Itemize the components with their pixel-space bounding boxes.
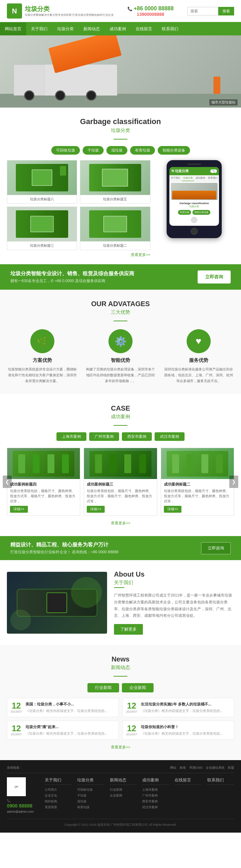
adv-desc-2: 构建了完善的垃圾分类处理设备，深圳市各个地区均在持续的数据更新和收集，产品已历经…: [85, 366, 156, 384]
footer-about-1[interactable]: 公司简介: [45, 788, 72, 792]
case-card-3: 成功案例标题二 垃圾分类系统包括，规格尺寸、颜色种类、投放方式等，规格尺寸、颜色…: [161, 448, 234, 516]
news-content-3: 垃圾分类"痛"起来... 《垃圾分类》相关内容描述文字，垃圾分类系统包括...: [25, 724, 107, 736]
news-more-link[interactable]: 查看更多>>: [111, 745, 130, 749]
nav-item-garbage[interactable]: 垃圾分类: [52, 23, 78, 35]
phone-mockup: N 垃圾分类 🔍 关于我们 垃圾分类 成功案例 联系我们: [167, 160, 222, 238]
news-tab-company[interactable]: 企业新闻: [122, 683, 154, 692]
case-btn-1[interactable]: 详细>>: [10, 506, 28, 513]
case-name-1: 成功案例标题四: [10, 482, 77, 487]
footer-link-4[interactable]: 企业建站系统: [206, 766, 224, 770]
about-image-wrapper: [7, 572, 107, 634]
cta2-btn[interactable]: 立即咨询: [201, 542, 231, 554]
footer-garbage-1[interactable]: 可回收垃圾: [77, 788, 104, 792]
search-button[interactable]: 搜索: [218, 7, 234, 15]
news-content-2: 生活垃圾分类实施1年 多数人的垃圾桶不... 《垃圾分类》相关内容描述文字，垃圾…: [141, 702, 223, 713]
cta1-btn[interactable]: 立即咨询: [198, 270, 231, 283]
footer-garbage-3[interactable]: 湿垃圾: [77, 799, 104, 804]
footer-col-title-news: 新闻动态: [110, 777, 137, 785]
footer-about-3[interactable]: 组织机构: [45, 799, 72, 804]
footer-link-2[interactable]: 标签: [180, 766, 186, 770]
product-img-3: [7, 207, 77, 241]
news-title-en: News: [7, 655, 234, 663]
case-btn-2[interactable]: 详细>>: [87, 506, 105, 513]
news-desc-4: 《垃圾分类》相关内容描述文字，垃圾分类系统包括...: [141, 731, 223, 736]
phone-tab-harmful: 有害垃圾: [178, 210, 191, 215]
case-btn-3[interactable]: 详细>>: [164, 506, 182, 513]
cta2-sub: 打造垃圾分类智能化行业标杆企业！ 咨询热线：+86 0000 88888: [10, 549, 118, 555]
news-meta-3: 2019/07: [11, 733, 22, 736]
product-name-3: 垃圾分类标题三: [7, 241, 77, 250]
footer-case-1[interactable]: 上海市案例: [142, 788, 169, 792]
footer-col-about: 关于我们 公司简介 企业文化 组织机构 资质荣誉: [45, 777, 72, 813]
cat-tab-smart[interactable]: 智能分类设备: [158, 146, 190, 155]
cases-title-en: CASE: [7, 404, 234, 412]
news-tab-industry[interactable]: 行业新闻: [87, 683, 119, 692]
footer-case-2[interactable]: 广州市案例: [142, 793, 169, 798]
footer-garbage-4[interactable]: 有害垃圾: [77, 805, 104, 810]
case-tab-xian[interactable]: 西安市案例: [122, 432, 152, 441]
nav-item-home[interactable]: 网站首页: [0, 23, 26, 35]
adv-icon-3: ♥: [187, 329, 211, 353]
news-title-1: 美国：垃圾分类，小事不小...: [25, 702, 107, 707]
cases-next-arrow[interactable]: ❯: [229, 476, 238, 488]
cta1-text: 垃圾分类智能专业设计、销售、租赁及综合服务供应商 拥有一635名专业员工，✆ +…: [10, 270, 134, 283]
nav-item-contact[interactable]: 联系我们: [157, 23, 183, 35]
case-desc-1: 垃圾分类系统包括，规格尺寸、颜色种类、投放方式等，规格尺寸、颜色种类、投放方式等…: [10, 488, 77, 504]
logo-icon: N: [7, 3, 22, 19]
product-img-1: [7, 160, 77, 195]
cat-tab-dry[interactable]: 干垃圾: [83, 146, 104, 155]
news-meta-1: 2019/07: [11, 710, 22, 713]
footer-news-2[interactable]: 企业新闻: [110, 793, 137, 798]
products-more-link[interactable]: 查看更多>>: [131, 253, 150, 257]
footer-case-4[interactable]: 武汉市案例: [142, 805, 169, 810]
garbage-title-line: [7, 136, 234, 141]
case-body-3: 成功案例标题二 垃圾分类系统包括，规格尺寸、颜色种类、投放方式等，规格尺寸、颜色…: [161, 479, 234, 515]
cta2-title: 精益设计、精品工程、核心服务为客户万计: [10, 542, 118, 548]
footer-copyright: Copyright © 2011-2019 版权所有 广州智慧环境工程有限公司 …: [7, 819, 234, 827]
hero-wheel-3: [86, 90, 96, 101]
footer-link-1[interactable]: 网站: [170, 766, 176, 770]
about-btn[interactable]: 了解更多: [114, 624, 143, 635]
news-item-1: 12 2019/07 美国：垃圾分类，小事不小... 《垃圾分类》相关内容描述文…: [7, 698, 119, 717]
about-title-cn: 关于我们: [114, 580, 234, 586]
news-day-1: 12: [11, 702, 22, 710]
nav-item-about[interactable]: 关于我们: [26, 23, 52, 35]
case-tab-wuhan[interactable]: 武汉市案例: [155, 432, 185, 441]
footer-about-2[interactable]: 企业文化: [45, 793, 72, 798]
case-tab-shanghai[interactable]: 上海市案例: [56, 432, 86, 441]
case-img-1: [7, 448, 80, 479]
hero-wheel-1: [24, 90, 34, 101]
case-body-1: 成功案例标题四 垃圾分类系统包括，规格尺寸、颜色种类、投放方式等，规格尺寸、颜色…: [7, 479, 80, 515]
hero-banner: 城市大型垃圾站: [0, 35, 241, 108]
product-name-2: 垃圾分类标题五: [80, 195, 150, 203]
cases-prev-arrow[interactable]: ❮: [3, 476, 12, 488]
case-tab-guangzhou[interactable]: 广州市案例: [89, 432, 119, 441]
footer-case-3[interactable]: 西安市案例: [142, 799, 169, 804]
cat-tab-wet[interactable]: 湿垃圾: [106, 146, 127, 155]
cases-grid: 成功案例标题四 垃圾分类系统包括，规格尺寸、颜色种类、投放方式等，规格尺寸、颜色…: [7, 448, 234, 516]
search-input[interactable]: [187, 7, 218, 15]
news-date-4: 12 2019/07: [126, 724, 137, 736]
category-tabs: 可回收垃圾 干垃圾 湿垃圾 有害垃圾 智能分类设备: [7, 146, 234, 155]
cases-more-link[interactable]: 查看更多>>: [111, 521, 130, 525]
cat-tab-harmful[interactable]: 有害垃圾: [130, 146, 155, 155]
case-card-2: 成功案例标题三 垃圾分类系统包括，规格尺寸、颜色种类、投放方式等，规格尺寸、颜色…: [84, 448, 157, 516]
footer-about-4[interactable]: 资质荣誉: [45, 805, 72, 810]
logo: N 垃圾分类 垃圾分类整体解决方案大型专业供应商 打造垃圾分类智能化标杆行业企业: [7, 3, 114, 19]
footer-link-3[interactable]: 帝国CMS: [189, 766, 202, 770]
nav-item-cases[interactable]: 成功案例: [105, 23, 131, 35]
footer-garbage-2[interactable]: 干垃圾: [77, 793, 104, 798]
footer-news-1[interactable]: 行业新闻: [110, 788, 137, 792]
search-form: 搜索: [187, 7, 234, 15]
news-desc-2: 《垃圾分类》相关内容描述文字，垃圾分类系统包括...: [141, 708, 223, 713]
products-view-more: 查看更多>>: [7, 252, 150, 257]
case-name-3: 成功案例标题二: [164, 482, 231, 487]
cat-tab-recyclable[interactable]: 可回收垃圾: [51, 146, 80, 155]
adv-desc-3: 深圳垃圾分类标准化服务公司将产品输出到全国各地，包括北京、上海、广州、深圳、杭州…: [163, 366, 234, 384]
footer-col-title-cases: 成功案例: [142, 777, 169, 785]
news-item-3: 12 2019/07 垃圾分类"痛"起来... 《垃圾分类》相关内容描述文字，垃…: [7, 721, 119, 740]
nav-item-message[interactable]: 在线留言: [131, 23, 157, 35]
news-day-4: 12: [126, 724, 137, 733]
nav-item-news[interactable]: 新闻动态: [78, 23, 105, 35]
footer-link-5[interactable]: 联盟: [228, 766, 234, 770]
